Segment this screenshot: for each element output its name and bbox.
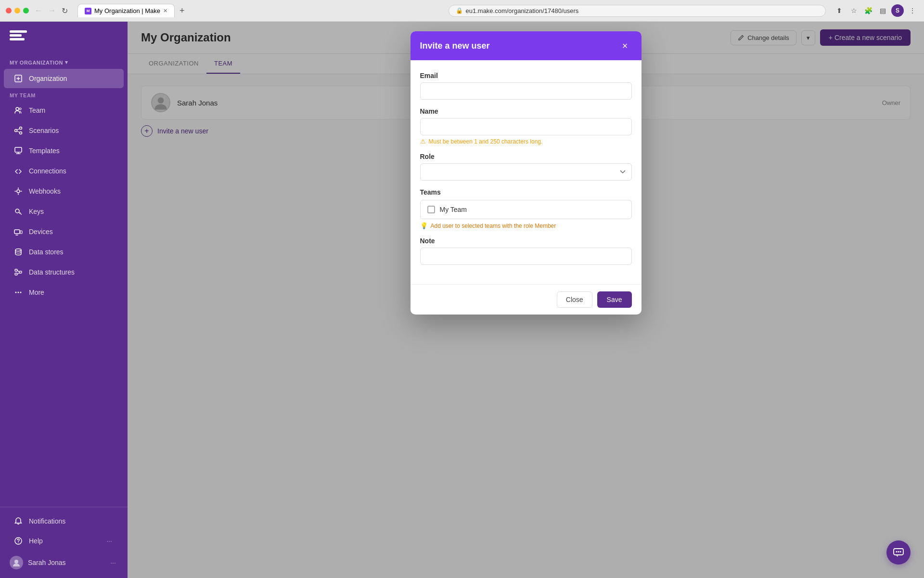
extensions-button[interactable]: 🧩 — [862, 5, 874, 16]
note-label: Note — [420, 237, 632, 245]
sidebar-toggle-button[interactable]: ▤ — [877, 5, 888, 16]
minimize-traffic-light[interactable] — [14, 8, 20, 13]
tab-bar: M My Organization | Make ✕ + — [77, 4, 441, 17]
tab-favicon: M — [85, 8, 91, 14]
templates-label: Templates — [29, 147, 60, 155]
user-more-button[interactable]: ··· — [108, 558, 118, 567]
modal-save-btn[interactable]: Save — [597, 291, 632, 308]
scenarios-icon — [13, 126, 23, 135]
fullscreen-traffic-light[interactable] — [23, 8, 29, 13]
chatbot-button[interactable] — [886, 540, 911, 565]
role-group: Role Member Admin — [420, 153, 632, 181]
chatbot-icon — [893, 547, 904, 558]
svg-rect-8 — [15, 147, 22, 152]
tab-title: My Organization | Make — [94, 7, 160, 14]
keys-icon — [13, 207, 23, 216]
name-label: Name — [420, 107, 632, 115]
modal-close-button[interactable]: × — [618, 39, 632, 53]
connections-icon — [13, 166, 23, 176]
sidebar-item-team[interactable]: Team — [4, 101, 124, 120]
my-team-label: My Team — [440, 206, 467, 213]
new-tab-button[interactable]: + — [177, 5, 188, 17]
data-stores-icon — [13, 247, 23, 257]
warning-icon: ⚠ — [420, 138, 426, 145]
logo-bar-3 — [10, 38, 25, 40]
modal-title: Invite a new user — [420, 41, 490, 51]
team-section-label: MY TEAM — [0, 89, 128, 100]
svg-rect-14 — [20, 231, 22, 234]
svg-point-31 — [896, 551, 898, 552]
svg-point-2 — [19, 108, 21, 110]
sidebar-item-templates[interactable]: Templates — [4, 141, 124, 160]
keys-label: Keys — [29, 208, 44, 215]
svg-rect-17 — [15, 269, 17, 271]
forward-button[interactable]: → — [46, 4, 58, 17]
organization-icon — [13, 74, 23, 83]
svg-point-23 — [18, 292, 19, 293]
svg-point-26 — [18, 542, 18, 543]
invite-modal: Invite a new user × Email Name ⚠ Must be… — [411, 31, 642, 315]
svg-point-4 — [20, 127, 22, 130]
my-team-checkbox[interactable] — [427, 206, 435, 213]
bookmark-button[interactable]: ☆ — [848, 5, 860, 16]
sidebar-user[interactable]: Sarah Jonas ··· — [0, 551, 128, 574]
name-validation-message: ⚠ Must be between 1 and 250 characters l… — [420, 138, 632, 145]
tab-close-button[interactable]: ✕ — [163, 8, 167, 14]
sidebar-item-more[interactable]: More — [4, 283, 124, 302]
svg-point-1 — [16, 107, 19, 110]
active-tab[interactable]: M My Organization | Make ✕ — [77, 4, 175, 17]
sidebar-item-webhooks[interactable]: Webhooks — [4, 182, 124, 201]
profile-button[interactable]: S — [891, 4, 904, 17]
email-group: Email — [420, 72, 632, 100]
browser-actions: ⬆ ☆ 🧩 ▤ S ⋮ — [834, 4, 918, 17]
svg-point-16 — [15, 249, 21, 251]
sidebar: MY ORGANIZATION ▾ Organization MY TEAM — [0, 22, 128, 578]
user-avatar-small — [10, 556, 23, 569]
sidebar-item-help[interactable]: Help ··· — [4, 531, 124, 551]
notifications-label: Notifications — [29, 517, 65, 525]
menu-button[interactable]: ⋮ — [907, 5, 918, 16]
modal-close-btn[interactable]: Close — [557, 291, 592, 308]
sidebar-item-connections[interactable]: Connections — [4, 161, 124, 181]
svg-point-24 — [20, 292, 22, 293]
url-display: eu1.make.com/organization/17480/users — [466, 7, 579, 14]
sidebar-item-keys[interactable]: Keys — [4, 202, 124, 221]
sidebar-item-organization[interactable]: Organization — [4, 69, 124, 88]
svg-rect-13 — [14, 230, 20, 234]
sidebar-item-devices[interactable]: Devices — [4, 222, 124, 241]
modal-header: Invite a new user × — [411, 31, 642, 60]
teams-group: Teams My Team 💡 Add user to selected tea… — [420, 188, 632, 229]
back-button[interactable]: ← — [33, 4, 44, 17]
name-input[interactable] — [420, 118, 632, 135]
sidebar-item-data-structures[interactable]: Data structures — [4, 263, 124, 282]
help-label: Help — [29, 537, 43, 545]
email-input[interactable] — [420, 82, 632, 100]
svg-line-20 — [17, 270, 19, 272]
sidebar-item-scenarios[interactable]: Scenarios — [4, 121, 124, 140]
teams-info-message: 💡 Add user to selected teams with the ro… — [420, 222, 632, 229]
webhooks-label: Webhooks — [29, 187, 61, 195]
info-icon: 💡 — [420, 222, 428, 229]
svg-line-7 — [17, 131, 20, 132]
role-select[interactable]: Member Admin — [420, 163, 632, 181]
help-more-button[interactable]: ··· — [104, 536, 114, 546]
sidebar-item-data-stores[interactable]: Data stores — [4, 242, 124, 262]
svg-line-6 — [17, 129, 20, 130]
reload-button[interactable]: ↻ — [60, 4, 70, 17]
note-input[interactable] — [420, 248, 632, 265]
scenarios-label: Scenarios — [29, 127, 59, 134]
help-icon — [13, 536, 23, 546]
validation-text: Must be between 1 and 250 characters lon… — [429, 138, 543, 145]
templates-icon — [13, 146, 23, 156]
sidebar-item-notifications[interactable]: Notifications — [4, 512, 124, 531]
logo-bar-1 — [10, 30, 27, 33]
address-bar[interactable]: 🔒 eu1.make.com/organization/17480/users — [449, 5, 826, 17]
more-label: More — [29, 289, 44, 296]
svg-point-33 — [900, 551, 901, 552]
share-button[interactable]: ⬆ — [834, 5, 845, 16]
modal-body: Email Name ⚠ Must be between 1 and 250 c… — [411, 60, 642, 284]
org-section-label[interactable]: MY ORGANIZATION ▾ — [0, 53, 128, 68]
modal-overlay: Invite a new user × Email Name ⚠ Must be… — [128, 22, 924, 578]
close-traffic-light[interactable] — [6, 8, 12, 13]
devices-label: Devices — [29, 228, 53, 236]
